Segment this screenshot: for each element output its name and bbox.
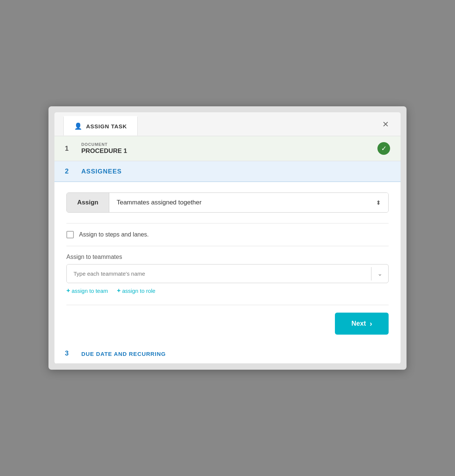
modal-tab-title: 👤 ASSIGN TASK [63,116,138,135]
assign-to-role-link[interactable]: + assign to role [117,287,156,294]
next-button[interactable]: Next › [335,313,389,335]
plus-icon-role: + [117,287,121,294]
modal: 👤 ASSIGN TASK × 1 DOCUMENT PROCEDURE 1 ✓… [54,112,401,364]
select-arrows-icon: ⬍ [376,199,381,206]
modal-content: Assign Teammates assigned together ⬍ Ass… [54,182,401,344]
user-icon: 👤 [74,122,82,130]
assign-steps-checkbox[interactable] [66,231,74,238]
step-number-1: 1 [65,145,74,153]
close-button[interactable]: × [380,118,392,131]
assign-steps-checkbox-row[interactable]: Assign to steps and lanes. [66,231,389,238]
step-name-1: PROCEDURE 1 [81,147,370,155]
step-number-2: 2 [65,167,74,175]
next-arrow-icon: › [370,319,372,328]
step-row-2: 2 ASSIGNEES [54,161,401,182]
quick-links: + assign to team + assign to role [66,287,389,294]
step-name-2: ASSIGNEES [81,168,390,175]
modal-wrapper: 👤 ASSIGN TASK × 1 DOCUMENT PROCEDURE 1 ✓… [48,106,407,370]
step-row-3: 3 DUE DATE AND RECURRING [54,344,401,364]
step-label-1: DOCUMENT PROCEDURE 1 [81,142,370,155]
assign-to-role-label: assign to role [122,288,155,294]
assign-select[interactable]: Teammates assigned together ⬍ [109,193,388,212]
plus-icon-team: + [66,287,70,294]
assign-to-team-label: assign to team [72,288,108,294]
teammate-input-row: ⌄ [66,264,389,283]
modal-title: ASSIGN TASK [86,123,127,129]
assign-label: Assign [67,193,109,212]
step-number-3: 3 [65,350,74,357]
assign-row[interactable]: Assign Teammates assigned together ⬍ [66,192,389,213]
step-row-1: 1 DOCUMENT PROCEDURE 1 ✓ [54,136,401,161]
next-row: Next › [66,313,389,335]
step-label-3: DUE DATE AND RECURRING [81,350,390,357]
divider-1 [66,223,389,223]
assign-to-team-link[interactable]: + assign to team [66,287,108,294]
teammate-dropdown-button[interactable]: ⌄ [371,270,388,277]
divider-2 [66,246,389,246]
teammates-section-label: Assign to teammates [66,254,389,260]
divider-3 [66,305,389,305]
next-button-label: Next [351,320,366,328]
step-label-2: ASSIGNEES [81,167,390,175]
check-icon: ✓ [377,142,390,155]
assign-select-value: Teammates assigned together [117,199,202,206]
step-sublabel-1: DOCUMENT [81,142,370,147]
teammate-input[interactable] [67,264,371,283]
modal-header: 👤 ASSIGN TASK × [54,112,401,136]
assign-steps-label: Assign to steps and lanes. [79,231,149,238]
step-name-3: DUE DATE AND RECURRING [81,351,390,357]
